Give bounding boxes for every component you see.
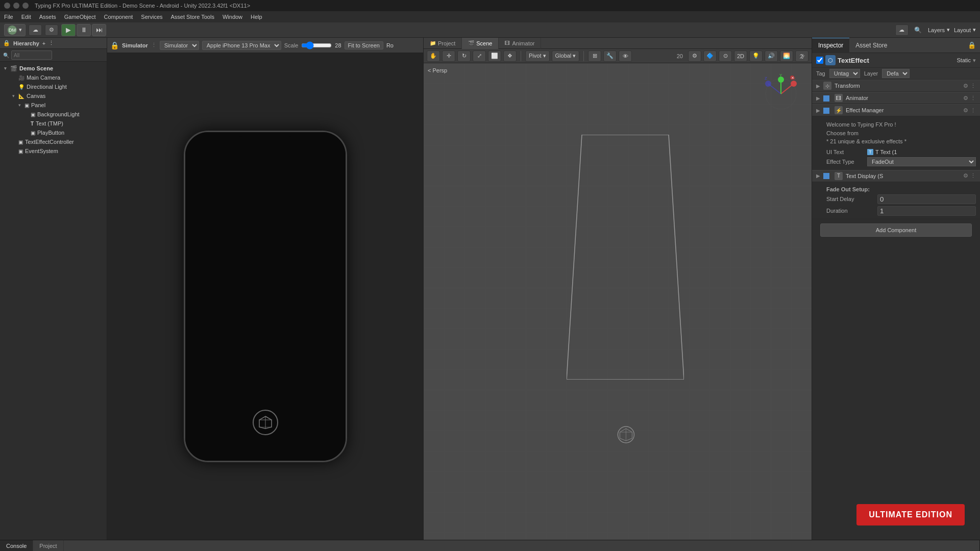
scale-tool[interactable]: ⤢ bbox=[473, 51, 486, 62]
inspector-lock-icon[interactable]: 🔒 bbox=[964, 41, 980, 49]
hierarchy-item-main-camera[interactable]: 🎥 Main Camera bbox=[0, 73, 107, 82]
transform-tool[interactable]: ❖ bbox=[503, 51, 517, 62]
view-btn[interactable]: 👁 bbox=[619, 51, 632, 62]
add-component-button[interactable]: Add Component bbox=[820, 223, 972, 237]
menu-gameobject[interactable]: GameObject bbox=[64, 14, 96, 20]
hierarchy-item-panel[interactable]: ▾ ▣ Panel bbox=[0, 101, 107, 110]
maximize-btn[interactable] bbox=[13, 3, 19, 9]
scene-mode-2d[interactable]: 2D bbox=[734, 51, 747, 62]
menu-file[interactable]: File bbox=[4, 14, 13, 20]
duration-input[interactable] bbox=[877, 206, 976, 216]
close-btn[interactable] bbox=[22, 3, 29, 9]
hierarchy-menu-icon[interactable]: ⋮ bbox=[48, 40, 54, 46]
scene-extra[interactable]: ⊙ bbox=[719, 51, 732, 62]
animator-icon: 🎞 bbox=[505, 40, 510, 46]
scene-settings[interactable]: ⚙ bbox=[688, 51, 701, 62]
tab-asset-store[interactable]: Asset Store bbox=[849, 38, 893, 53]
scene-audio[interactable]: 🔊 bbox=[765, 51, 778, 62]
account-button[interactable]: DM ▾ bbox=[4, 24, 26, 36]
hierarchy-item-text-tmp[interactable]: T Text (TMP) bbox=[0, 119, 107, 128]
grid-btn[interactable]: ⊞ bbox=[588, 51, 601, 62]
scene-root[interactable]: ▾ 🎬 Demo Scene bbox=[0, 64, 107, 73]
menu-asset-store-tools[interactable]: Asset Store Tools bbox=[171, 14, 214, 20]
sim-more-icon[interactable]: ⋮ bbox=[151, 42, 157, 48]
canvas-label: Canvas bbox=[27, 93, 45, 99]
menu-services[interactable]: Services bbox=[141, 14, 162, 20]
scene-light[interactable]: 💡 bbox=[749, 51, 763, 62]
collab-button[interactable]: ☁ bbox=[29, 24, 42, 36]
minimize-btn[interactable] bbox=[4, 3, 10, 9]
td-checkbox[interactable] bbox=[823, 173, 829, 179]
rect-tool[interactable]: ⬜ bbox=[488, 51, 501, 62]
em-desc: Welcome to Typing FX Pro ! Choose from *… bbox=[812, 118, 980, 148]
td-settings-icon[interactable]: ⚙ bbox=[963, 172, 968, 179]
sim-mode-select[interactable]: Simulator Game bbox=[160, 41, 199, 50]
scale-slider[interactable] bbox=[301, 41, 332, 49]
effect-type-select[interactable]: FadeOut bbox=[867, 157, 976, 166]
layers-dropdown[interactable]: Layers ▾ bbox=[928, 27, 950, 33]
play-button[interactable]: ▶ bbox=[61, 24, 76, 36]
em-more-icon[interactable]: ⋮ bbox=[970, 107, 976, 114]
ui-text-ref-value: T Text (1 bbox=[875, 149, 897, 155]
hierarchy-item-canvas[interactable]: ▾ 📐 Canvas bbox=[0, 91, 107, 101]
hierarchy-item-play-button[interactable]: ▣ PlayButton bbox=[0, 128, 107, 137]
hierarchy-item-event-system[interactable]: ▣ EventSystem bbox=[0, 146, 107, 156]
menu-window[interactable]: Window bbox=[223, 14, 242, 20]
bottom-tab-project-2[interactable]: Project bbox=[33, 540, 63, 552]
component-effect-manager[interactable]: ▶ ⚡ Effect Manager ⚙ ⋮ bbox=[812, 104, 980, 116]
em-settings-icon[interactable]: ⚙ bbox=[963, 107, 968, 114]
tab-animator[interactable]: 🎞 Animator bbox=[499, 38, 541, 49]
menu-help[interactable]: Help bbox=[251, 14, 262, 20]
sim-device-select[interactable]: Apple iPhone 13 Pro Max bbox=[202, 41, 281, 50]
hierarchy-item-text-effect-ctrl[interactable]: ▣ TextEffectController bbox=[0, 137, 107, 146]
menu-edit[interactable]: Edit bbox=[21, 14, 31, 20]
tab-inspector[interactable]: Inspector bbox=[812, 38, 849, 53]
tag-select[interactable]: Untag bbox=[829, 69, 860, 78]
cloud-build-icon[interactable]: ☁ bbox=[895, 24, 909, 36]
menu-assets[interactable]: Assets bbox=[39, 14, 56, 20]
step-button[interactable]: ⏭ bbox=[92, 24, 106, 36]
scene-skybox[interactable]: 🌅 bbox=[780, 51, 793, 62]
component-transform[interactable]: ▶ ⊹ Transform ⚙ ⋮ bbox=[812, 80, 980, 92]
phone-notch bbox=[235, 136, 296, 151]
fit-to-screen-button[interactable]: Fit to Screen bbox=[345, 41, 383, 49]
component-animator[interactable]: ▶ 🎞 Animator ⚙ ⋮ bbox=[812, 92, 980, 104]
pivot-select[interactable]: Pivot ▾ bbox=[525, 51, 550, 62]
hierarchy-item-bg-light[interactable]: ▣ BackgroundLight bbox=[0, 110, 107, 119]
scene-fog[interactable]: 🌫 bbox=[795, 51, 808, 62]
transform-settings-icon[interactable]: ⚙ bbox=[963, 83, 968, 89]
bottom-tab-console[interactable]: Console bbox=[0, 540, 33, 552]
hand-tool[interactable]: ✋ bbox=[427, 51, 440, 62]
start-delay-input[interactable] bbox=[877, 194, 976, 204]
tab-scene[interactable]: 🎬 Scene bbox=[462, 38, 499, 49]
em-checkbox[interactable] bbox=[823, 108, 829, 114]
window-controls[interactable] bbox=[4, 3, 29, 9]
sim-lock-icon[interactable]: 🔒 bbox=[110, 41, 119, 49]
settings-button[interactable]: ⚙ bbox=[45, 24, 58, 36]
layer-select[interactable]: Defa bbox=[882, 69, 910, 78]
menu-component[interactable]: Component bbox=[104, 14, 133, 20]
inspector-header: ⬡ TextEffect Static ▾ bbox=[812, 53, 980, 68]
global-select[interactable]: Global ▾ bbox=[552, 51, 580, 62]
static-arrow[interactable]: ▾ bbox=[973, 57, 976, 64]
td-more-icon[interactable]: ⋮ bbox=[970, 172, 976, 179]
layout-dropdown[interactable]: Layout ▾ bbox=[954, 27, 976, 33]
component-text-display[interactable]: ▶ T Text Display (S ⚙ ⋮ bbox=[812, 170, 980, 182]
hierarchy-search[interactable] bbox=[11, 51, 52, 60]
transform-more-icon[interactable]: ⋮ bbox=[970, 83, 976, 89]
move-tool[interactable]: ✛ bbox=[442, 51, 455, 62]
rotate-tool[interactable]: ↻ bbox=[457, 51, 471, 62]
scene-gizmo-btn[interactable]: 🔷 bbox=[703, 51, 717, 62]
tab-project[interactable]: 📁 Project bbox=[424, 38, 462, 49]
animator-more-icon[interactable]: ⋮ bbox=[970, 95, 976, 102]
search-icon-small: 🔍 bbox=[3, 53, 9, 58]
object-active-checkbox[interactable] bbox=[816, 57, 823, 64]
pause-button[interactable]: ⏸ bbox=[77, 24, 91, 36]
hierarchy-plus-icon[interactable]: + bbox=[42, 40, 45, 46]
snap-btn[interactable]: 🔧 bbox=[603, 51, 617, 62]
ui-text-value: T T Text (1 bbox=[867, 149, 897, 155]
search-icon[interactable]: 🔍 bbox=[913, 24, 924, 36]
hierarchy-item-directional-light[interactable]: 💡 Directional Light bbox=[0, 82, 107, 91]
animator-settings-icon[interactable]: ⚙ bbox=[963, 95, 968, 102]
animator-checkbox[interactable] bbox=[823, 95, 829, 102]
